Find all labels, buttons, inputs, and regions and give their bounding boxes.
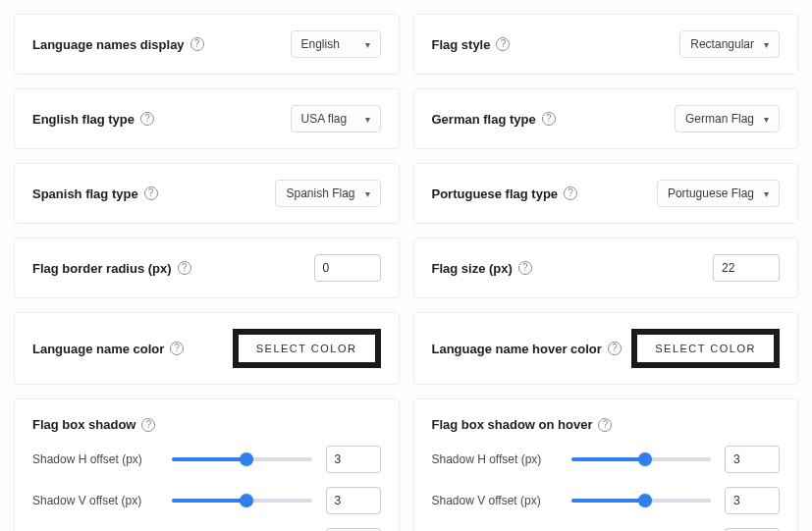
card-left-row-3: Flag border radius (px)? (14, 238, 400, 298)
shadow-row: Shadow V offset (px) (32, 487, 381, 514)
card-right-row-4: Language name hover color?SELECT COLOR (413, 312, 799, 385)
shadow-list: Shadow H offset (px)Shadow V offset (px)… (32, 446, 381, 531)
select-value: Portuguese Flag (668, 186, 754, 200)
shadow-card-right: Flag box shadow on hover?Shadow H offset… (413, 398, 799, 531)
help-icon[interactable]: ? (141, 418, 155, 432)
help-icon[interactable]: ? (542, 112, 556, 126)
right-select-row-2[interactable]: Portuguese Flag▾ (657, 180, 780, 207)
card-label: Language name hover color? (432, 342, 622, 356)
left-select-row-0[interactable]: English▾ (291, 30, 381, 58)
help-icon[interactable]: ? (170, 342, 184, 355)
shadow-slider[interactable] (571, 451, 712, 468)
select-value: Rectangular (690, 37, 754, 51)
shadow-row: Shadow H offset (px) (432, 446, 781, 473)
help-icon[interactable]: ? (598, 418, 612, 432)
shadow-value-input[interactable] (326, 446, 381, 473)
slider-track (571, 499, 712, 503)
shadow-row: Shadow H offset (px) (32, 446, 381, 473)
select-value: German Flag (685, 112, 754, 126)
help-icon[interactable]: ? (496, 37, 510, 51)
right-select-row-0[interactable]: Rectangular▾ (679, 30, 780, 58)
slider-track (172, 499, 312, 503)
card-label: Flag style? (432, 37, 511, 52)
right-color-button-row-4[interactable]: SELECT COLOR (631, 329, 780, 368)
card-label: Flag border radius (px)? (32, 261, 191, 276)
card-right-row-2: Portuguese flag type?Portuguese Flag▾ (413, 163, 799, 224)
shadow-list: Shadow H offset (px)Shadow V offset (px)… (432, 446, 781, 531)
shadow-item-label: Shadow H offset (px) (432, 452, 558, 466)
help-icon[interactable]: ? (518, 261, 532, 275)
left-number-row-3[interactable] (314, 254, 381, 282)
help-icon[interactable]: ? (608, 342, 622, 355)
shadow-item-label: Shadow V offset (px) (32, 494, 158, 507)
slider-fill (172, 457, 246, 461)
card-label: Language names display? (32, 37, 204, 52)
help-icon[interactable]: ? (140, 112, 154, 126)
help-icon[interactable]: ? (144, 186, 158, 200)
chevron-down-icon: ▾ (764, 188, 769, 199)
card-label: German flag type? (432, 112, 556, 127)
left-select-row-1[interactable]: USA flag▾ (291, 105, 381, 133)
chevron-down-icon: ▾ (365, 39, 370, 50)
shadow-item-label: Shadow V offset (px) (432, 494, 558, 507)
slider-fill (172, 499, 246, 503)
slider-track (571, 457, 712, 461)
shadow-value-input[interactable] (326, 487, 381, 514)
card-left-row-1: English flag type?USA flag▾ (14, 88, 400, 149)
card-label: Flag size (px)? (432, 261, 532, 276)
help-icon[interactable]: ? (564, 186, 577, 200)
shadow-slider[interactable] (571, 492, 712, 509)
shadow-card-left: Flag box shadow?Shadow H offset (px)Shad… (14, 398, 400, 531)
left-color-button-row-4[interactable]: SELECT COLOR (233, 329, 381, 368)
chevron-down-icon: ▾ (365, 188, 370, 199)
card-label: Language name color? (32, 342, 184, 356)
help-icon[interactable]: ? (178, 261, 191, 275)
help-icon[interactable]: ? (190, 37, 204, 51)
chevron-down-icon: ▾ (764, 114, 769, 125)
slider-thumb[interactable] (638, 452, 652, 466)
chevron-down-icon: ▾ (764, 39, 769, 50)
slider-fill (571, 499, 646, 503)
card-label: English flag type? (32, 112, 154, 127)
slider-track (172, 457, 312, 461)
shadow-item-label: Shadow H offset (px) (32, 452, 158, 466)
slider-thumb[interactable] (240, 452, 253, 466)
shadow-value-input[interactable] (725, 446, 780, 473)
right-number-row-3[interactable] (713, 254, 780, 282)
card-right-row-0: Flag style?Rectangular▾ (413, 14, 799, 75)
shadow-slider[interactable] (172, 451, 312, 468)
slider-thumb[interactable] (240, 494, 253, 507)
shadow-slider[interactable] (172, 492, 312, 509)
shadow-card-title: Flag box shadow on hover? (432, 417, 613, 432)
right-select-row-1[interactable]: German Flag▾ (675, 105, 780, 133)
card-right-row-3: Flag size (px)? (413, 238, 799, 298)
card-label: Portuguese flag type? (432, 186, 578, 201)
card-left-row-0: Language names display?English▾ (14, 14, 400, 75)
select-value: USA flag (301, 112, 348, 126)
card-left-row-2: Spanish flag type?Spanish Flag▾ (14, 163, 400, 224)
select-value: English (301, 37, 340, 51)
slider-thumb[interactable] (638, 494, 652, 507)
select-value: Spanish Flag (286, 186, 354, 200)
shadow-value-input[interactable] (725, 487, 780, 514)
card-label: Spanish flag type? (32, 186, 158, 201)
card-right-row-1: German flag type?German Flag▾ (413, 88, 799, 149)
slider-fill (571, 457, 646, 461)
shadow-card-title: Flag box shadow? (32, 417, 155, 432)
chevron-down-icon: ▾ (365, 114, 370, 125)
left-select-row-2[interactable]: Spanish Flag▾ (275, 180, 380, 207)
card-left-row-4: Language name color?SELECT COLOR (14, 312, 400, 385)
shadow-row: Shadow V offset (px) (432, 487, 781, 514)
